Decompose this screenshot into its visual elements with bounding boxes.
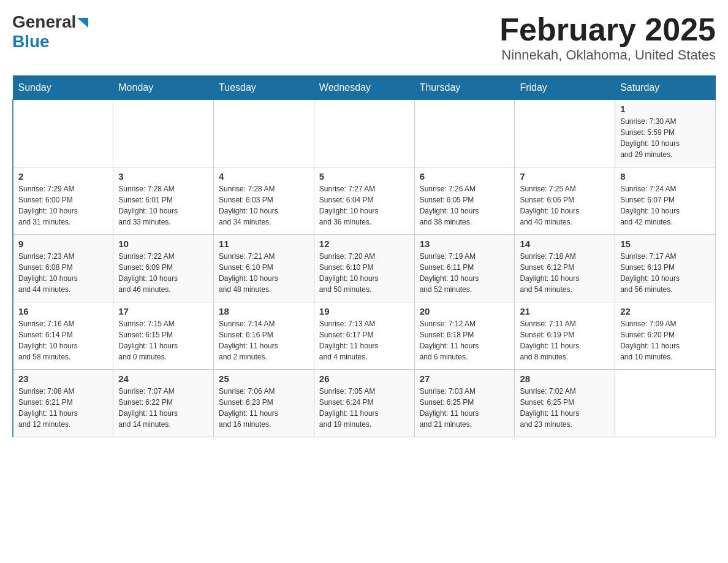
day-info: Sunrise: 7:11 AMSunset: 6:19 PMDaylight:… (520, 318, 610, 362)
day-info: Sunrise: 7:19 AMSunset: 6:11 PMDaylight:… (420, 251, 510, 295)
day-number: 22 (620, 306, 710, 316)
day-info: Sunrise: 7:06 AMSunset: 6:23 PMDaylight:… (219, 386, 309, 430)
day-number: 6 (420, 171, 510, 182)
day-info: Sunrise: 7:15 AMSunset: 6:15 PMDaylight:… (118, 318, 208, 362)
calendar-table: SundayMondayTuesdayWednesdayThursdayFrid… (12, 75, 716, 437)
day-info: Sunrise: 7:09 AMSunset: 6:20 PMDaylight:… (620, 318, 710, 362)
day-number: 11 (219, 239, 309, 249)
calendar-cell: 5Sunrise: 7:27 AMSunset: 6:04 PMDaylight… (314, 167, 414, 235)
calendar-cell (515, 100, 615, 167)
day-info: Sunrise: 7:17 AMSunset: 6:13 PMDaylight:… (620, 251, 710, 295)
calendar-cell: 3Sunrise: 7:28 AMSunset: 6:01 PMDaylight… (113, 167, 214, 235)
day-info: Sunrise: 7:28 AMSunset: 6:03 PMDaylight:… (219, 183, 309, 228)
calendar-cell: 20Sunrise: 7:12 AMSunset: 6:18 PMDayligh… (414, 302, 515, 370)
day-number: 24 (118, 373, 208, 384)
calendar-cell: 22Sunrise: 7:09 AMSunset: 6:20 PMDayligh… (615, 302, 716, 370)
day-info: Sunrise: 7:28 AMSunset: 6:01 PMDaylight:… (118, 183, 208, 228)
day-info: Sunrise: 7:03 AMSunset: 6:25 PMDaylight:… (420, 386, 510, 430)
calendar-cell (113, 100, 214, 167)
day-of-week-tuesday: Tuesday (214, 76, 314, 100)
calendar-cell (214, 100, 314, 167)
day-info: Sunrise: 7:27 AMSunset: 6:04 PMDaylight:… (319, 183, 409, 228)
calendar-cell: 21Sunrise: 7:11 AMSunset: 6:19 PMDayligh… (515, 302, 615, 370)
day-info: Sunrise: 7:16 AMSunset: 6:14 PMDaylight:… (18, 318, 108, 362)
day-of-week-wednesday: Wednesday (314, 76, 414, 100)
day-info: Sunrise: 7:21 AMSunset: 6:10 PMDaylight:… (219, 251, 309, 295)
calendar-cell: 8Sunrise: 7:24 AMSunset: 6:07 PMDaylight… (615, 167, 716, 235)
day-number: 9 (18, 239, 108, 249)
day-info: Sunrise: 7:12 AMSunset: 6:18 PMDaylight:… (420, 318, 510, 362)
day-of-week-monday: Monday (113, 76, 214, 100)
day-number: 23 (18, 373, 108, 384)
calendar-cell: 10Sunrise: 7:22 AMSunset: 6:09 PMDayligh… (113, 235, 214, 302)
day-info: Sunrise: 7:05 AMSunset: 6:24 PMDaylight:… (319, 386, 409, 430)
week-row-3: 9Sunrise: 7:23 AMSunset: 6:08 PMDaylight… (13, 235, 716, 302)
calendar-cell: 27Sunrise: 7:03 AMSunset: 6:25 PMDayligh… (414, 370, 515, 437)
calendar-cell: 14Sunrise: 7:18 AMSunset: 6:12 PMDayligh… (515, 235, 615, 302)
day-info: Sunrise: 7:29 AMSunset: 6:00 PMDaylight:… (18, 183, 108, 228)
day-number: 8 (620, 171, 710, 182)
calendar-cell (615, 370, 716, 437)
calendar-cell: 6Sunrise: 7:26 AMSunset: 6:05 PMDaylight… (414, 167, 515, 235)
day-number: 15 (620, 239, 710, 249)
day-info: Sunrise: 7:02 AMSunset: 6:25 PMDaylight:… (520, 386, 610, 430)
day-number: 4 (219, 171, 309, 182)
calendar-cell: 16Sunrise: 7:16 AMSunset: 6:14 PMDayligh… (13, 302, 113, 370)
calendar-cell: 25Sunrise: 7:06 AMSunset: 6:23 PMDayligh… (214, 370, 314, 437)
day-info: Sunrise: 7:07 AMSunset: 6:22 PMDaylight:… (118, 386, 208, 430)
day-number: 27 (420, 373, 510, 384)
day-info: Sunrise: 7:26 AMSunset: 6:05 PMDaylight:… (420, 183, 510, 228)
day-number: 19 (319, 306, 409, 316)
day-info: Sunrise: 7:14 AMSunset: 6:16 PMDaylight:… (219, 318, 309, 362)
calendar-cell: 26Sunrise: 7:05 AMSunset: 6:24 PMDayligh… (314, 370, 414, 437)
calendar-body: 1Sunrise: 7:30 AMSunset: 5:59 PMDaylight… (13, 100, 716, 437)
logo: General Blue (12, 12, 88, 52)
day-number: 1 (620, 104, 710, 114)
calendar-cell: 13Sunrise: 7:19 AMSunset: 6:11 PMDayligh… (414, 235, 515, 302)
day-number: 17 (118, 306, 208, 316)
calendar-title: February 2025 (499, 12, 716, 47)
day-info: Sunrise: 7:23 AMSunset: 6:08 PMDaylight:… (18, 251, 108, 295)
calendar-cell: 15Sunrise: 7:17 AMSunset: 6:13 PMDayligh… (615, 235, 716, 302)
day-number: 3 (118, 171, 208, 182)
day-number: 12 (319, 239, 409, 249)
week-row-1: 1Sunrise: 7:30 AMSunset: 5:59 PMDaylight… (13, 100, 716, 167)
day-number: 14 (520, 239, 610, 249)
day-number: 18 (219, 306, 309, 316)
day-number: 2 (18, 171, 108, 182)
day-info: Sunrise: 7:18 AMSunset: 6:12 PMDaylight:… (520, 251, 610, 295)
calendar-cell: 28Sunrise: 7:02 AMSunset: 6:25 PMDayligh… (515, 370, 615, 437)
day-info: Sunrise: 7:30 AMSunset: 5:59 PMDaylight:… (620, 116, 710, 160)
day-of-week-friday: Friday (515, 76, 615, 100)
calendar-cell: 11Sunrise: 7:21 AMSunset: 6:10 PMDayligh… (214, 235, 314, 302)
calendar-cell: 17Sunrise: 7:15 AMSunset: 6:15 PMDayligh… (113, 302, 214, 370)
day-number: 7 (520, 171, 610, 182)
week-row-5: 23Sunrise: 7:08 AMSunset: 6:21 PMDayligh… (13, 370, 716, 437)
calendar-cell: 7Sunrise: 7:25 AMSunset: 6:06 PMDaylight… (515, 167, 615, 235)
calendar-cell (13, 100, 113, 167)
calendar-header: SundayMondayTuesdayWednesdayThursdayFrid… (13, 76, 716, 100)
day-info: Sunrise: 7:08 AMSunset: 6:21 PMDaylight:… (18, 386, 108, 430)
svg-marker-0 (77, 18, 88, 28)
calendar-cell: 18Sunrise: 7:14 AMSunset: 6:16 PMDayligh… (214, 302, 314, 370)
week-row-2: 2Sunrise: 7:29 AMSunset: 6:00 PMDaylight… (13, 167, 716, 235)
day-info: Sunrise: 7:22 AMSunset: 6:09 PMDaylight:… (118, 251, 208, 295)
calendar-cell: 12Sunrise: 7:20 AMSunset: 6:10 PMDayligh… (314, 235, 414, 302)
calendar-cell: 19Sunrise: 7:13 AMSunset: 6:17 PMDayligh… (314, 302, 414, 370)
calendar-cell (414, 100, 515, 167)
calendar-cell: 24Sunrise: 7:07 AMSunset: 6:22 PMDayligh… (113, 370, 214, 437)
day-number: 13 (420, 239, 510, 249)
week-row-4: 16Sunrise: 7:16 AMSunset: 6:14 PMDayligh… (13, 302, 716, 370)
day-number: 25 (219, 373, 309, 384)
calendar-cell: 2Sunrise: 7:29 AMSunset: 6:00 PMDaylight… (13, 167, 113, 235)
calendar-cell (314, 100, 414, 167)
logo-arrow-icon (77, 12, 88, 32)
day-info: Sunrise: 7:20 AMSunset: 6:10 PMDaylight:… (319, 251, 409, 295)
calendar-subtitle: Ninnekah, Oklahoma, United States (499, 47, 716, 63)
day-number: 10 (118, 239, 208, 249)
day-number: 5 (319, 171, 409, 182)
day-number: 16 (18, 306, 108, 316)
calendar-cell: 23Sunrise: 7:08 AMSunset: 6:21 PMDayligh… (13, 370, 113, 437)
day-number: 26 (319, 373, 409, 384)
calendar-title-block: February 2025 Ninnekah, Oklahoma, United… (499, 12, 716, 63)
